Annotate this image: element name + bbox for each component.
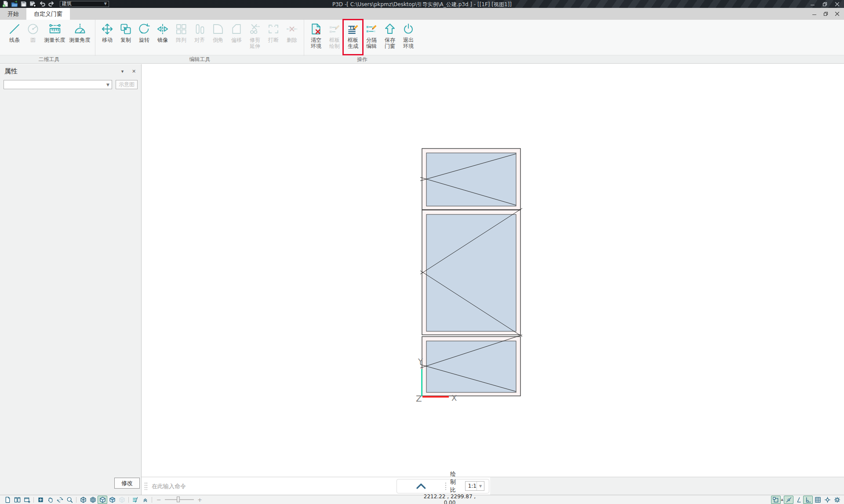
object-snap-button[interactable] [771,496,781,504]
ribbon-button-label: 保存 门窗 [385,37,395,49]
save-door-window-button[interactable]: 保存 门窗 [381,20,399,55]
window-title: P3D -[ C:\Users\pkpmz\Desktop\引导实例\A_公建.… [0,1,844,8]
tile-windows-button[interactable] [12,496,22,504]
mirror-button[interactable]: 镜像 [154,20,171,55]
trim-icon [248,22,262,36]
orbit-icon [57,497,63,503]
ribbon-group: 清空 环境框板 绘制框板 生成分隔 编辑保存 门窗退出 环境操作 [304,20,420,63]
workspace-dropdown[interactable]: 建筑▼ [60,1,109,7]
orbit-button[interactable] [55,496,65,504]
scale-grip-handle[interactable] [445,482,446,490]
ribbon-button-label: 复制 [120,37,131,43]
modify-button[interactable]: 修改 [114,478,140,489]
drawing-canvas[interactable]: YXZ [142,64,844,477]
doc-restore-icon[interactable] [823,11,828,16]
zoom-slider-handle[interactable] [177,497,180,502]
frame-panel-generate-button[interactable]: 框板 生成 [344,20,362,55]
tab-开始[interactable]: 开始 [0,8,26,20]
separator [76,497,76,503]
rotate-button[interactable]: 旋转 [135,20,153,55]
panel-collapse-icon[interactable]: ▾ [120,69,125,74]
status-bar: − + 2212.22 , 2299.87 , 0.00 ▲ [0,495,844,504]
ribbon-button-label: 阵列 [176,37,186,43]
flyout-caret-icon[interactable]: ▲ [781,498,783,501]
frame-draw-icon [328,22,341,36]
visual-style-button[interactable] [131,496,140,504]
save-as-icon[interactable] [29,0,36,7]
drafting-toggles: ▲ [771,496,842,504]
separator [152,497,152,503]
ortho-button[interactable] [793,496,803,504]
move-button[interactable]: 移动 [98,20,116,55]
exit-environment-button[interactable]: 退出 环境 [400,20,417,55]
close-icon[interactable] [835,2,840,7]
command-grip-handle[interactable] [144,482,147,490]
array-button: 阵列 [172,20,190,55]
gear-button[interactable] [832,496,842,504]
minimize-icon[interactable] [810,2,815,7]
schematic-button[interactable]: 示意图 [116,80,138,89]
command-input[interactable] [151,482,397,490]
shaded-cube-button[interactable] [107,496,117,504]
cursor-coordinates: 2212.22 , 2299.87 , 0.00 [421,493,479,504]
panel-close-icon[interactable]: ✕ [131,69,137,74]
move-icon [101,22,114,36]
properties-dropdown[interactable]: ▼ [4,80,112,89]
zoom-in-button[interactable]: + [197,497,202,503]
doc-minimize-icon[interactable] [812,11,817,16]
tile-windows-icon [14,497,21,503]
doc-close-icon[interactable] [835,11,840,16]
zoom-out-button[interactable]: − [156,497,161,503]
svg-text:Y: Y [418,357,423,366]
offset-icon [230,22,243,36]
zoom-magnifier-button[interactable] [65,496,74,504]
solid-cube-button[interactable] [98,496,107,504]
ribbon-button-label: 线条 [9,37,20,43]
ribbon-button-label: 偏移 [231,37,242,43]
corner-snap-button[interactable] [803,496,813,504]
ribbon-group: 移动复制旋转镜像阵列对齐倒角偏移修剪 延伸打断删除编辑工具 [95,20,304,63]
solid-cube-icon [99,497,106,503]
expand-command-history-icon[interactable] [401,479,441,493]
ribbon-button-label: 倒角 [213,37,223,43]
scale-dropdown[interactable]: 1:1 ▼ [465,481,484,491]
delete-icon [285,22,298,36]
ribbon-button-label: 移动 [102,37,113,43]
delete-button: 删除 [283,20,301,55]
zoom-slider-track[interactable] [165,499,194,500]
copy-icon [119,22,132,36]
move-gizmo-button[interactable] [822,496,832,504]
ribbon-button-label: 打断 [268,37,279,43]
save-file-icon[interactable] [20,0,27,7]
new-file-icon[interactable] [2,0,9,7]
undo-icon[interactable] [39,0,46,7]
properties-toolbar: ▼ 示意图 [0,78,141,89]
divider-edit-icon [365,22,378,36]
open-file-icon[interactable] [11,0,18,7]
divider-edit-button[interactable]: 分隔 编辑 [363,20,380,55]
zoom-extents-button[interactable] [36,496,45,504]
ribbon-tabs: 开始自定义门窗 [0,8,70,20]
new-window-button[interactable] [22,496,32,504]
collapse-up-button[interactable] [140,496,150,504]
gear-icon [834,497,840,503]
properties-panel-title: 属性 [4,67,18,76]
wire-sphere-button[interactable] [88,496,98,504]
frame-panel-draw-button: 框板 绘制 [326,20,343,55]
line-button[interactable]: 线条 [6,20,23,55]
polar-tracking-button[interactable] [784,496,793,504]
pan-hand-button[interactable] [45,496,55,504]
ribbon-button-label: 删除 [287,37,297,43]
copy-button[interactable]: 复制 [117,20,135,55]
command-bar: 绘制比例 1:1 ▼ [142,477,844,495]
measure-length-button[interactable]: 测量长度 [43,20,67,55]
grid-button[interactable] [813,496,822,504]
redo-icon[interactable] [48,0,55,7]
wireframe-cube-button[interactable] [78,496,88,504]
restore-icon[interactable] [822,2,827,7]
chamfer-icon [211,22,225,36]
clear-environment-button[interactable]: 清空 环境 [307,20,325,55]
measure-angle-button[interactable]: 测量角度 [68,20,92,55]
tab-自定义门窗[interactable]: 自定义门窗 [26,8,70,20]
blank-page-button[interactable] [3,496,12,504]
